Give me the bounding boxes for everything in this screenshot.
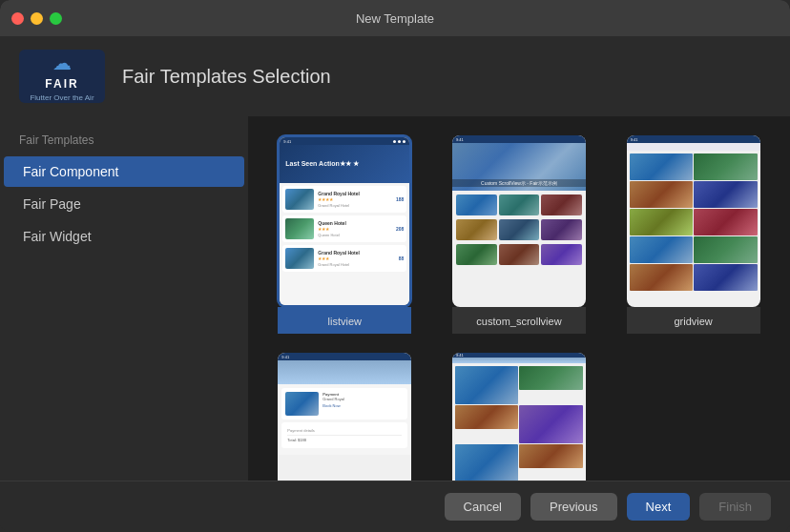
status-bar: 9:41: [280, 137, 409, 145]
csv-row-2: [454, 217, 584, 242]
title-bar: New Template: [0, 0, 790, 36]
template-preview-custom-scrollview: 9:41 Custom ScrollView示 - Fair示范示例: [452, 135, 586, 307]
template-label-box-gridview: gridview: [627, 307, 760, 334]
sidebar-item-fair-component[interactable]: Fair Component: [4, 156, 244, 187]
template-preview-staggeredgridview: 9:41: [452, 353, 586, 481]
signal-icon: [393, 140, 396, 143]
sidebar-item-fair-page[interactable]: Fair Page: [4, 189, 244, 219]
phone-sgv: 9:41: [452, 353, 586, 481]
sidebar-section-label: Fair Templates: [0, 126, 248, 154]
template-item-listview[interactable]: 9:41 Last Seen Action★★ ★: [267, 135, 423, 334]
finish-button: Finish: [699, 493, 771, 521]
sgv-grid: [454, 365, 584, 481]
template-item-custom-scrollview[interactable]: 9:41 Custom ScrollView示 - Fair示范示例: [442, 135, 597, 334]
footer: Cancel Previous Next Finish: [0, 481, 790, 532]
content-area: Fair Templates Fair Component Fair Page …: [0, 116, 790, 481]
previous-button[interactable]: Previous: [530, 493, 617, 521]
gv-nav: [627, 143, 760, 151]
template-label-csv: custom_scrollview: [476, 316, 561, 327]
wifi-icon: [398, 140, 401, 143]
phone-csv: 9:41 Custom ScrollView示 - Fair示范示例: [452, 135, 586, 307]
main-container: ☁ FAIR Flutter Over the Air Fair Templat…: [0, 36, 790, 532]
template-preview-listview: 9:41 Last Seen Action★★ ★: [278, 135, 411, 307]
app-header: ☁ FAIR Flutter Over the Air Fair Templat…: [0, 36, 790, 116]
window-title: New Template: [356, 11, 434, 26]
hotel-image-2: [285, 218, 314, 239]
close-button[interactable]: [11, 12, 24, 25]
page-title: Fair Templates Selection: [122, 66, 331, 88]
cancel-button[interactable]: Cancel: [445, 493, 521, 521]
gv-grid: [629, 153, 759, 292]
template-label-listview: listview: [328, 316, 362, 327]
gv-status-bar: 9:41: [627, 135, 760, 143]
csv-row-3: [454, 242, 584, 267]
hotel-image-3: [285, 248, 314, 269]
template-preview-gridview: 9:41: [627, 135, 760, 307]
template-grid-area: 9:41 Last Seen Action★★ ★: [248, 116, 790, 481]
template-label-box-csv: custom_scrollview: [452, 307, 586, 334]
template-grid: 9:41 Last Seen Action★★ ★: [267, 135, 771, 481]
logo-box: ☁ FAIR Flutter Over the Air: [19, 50, 105, 103]
pg-status-bar: 9:41: [278, 353, 411, 360]
cloud-icon: ☁: [52, 51, 72, 74]
phone-listview: 9:41 Last Seen Action★★ ★: [280, 137, 409, 305]
hotel-image-1: [285, 189, 314, 210]
maximize-button[interactable]: [50, 12, 62, 25]
csv-header: Custom ScrollView示 - Fair示范示例: [452, 143, 586, 191]
pg-content: Payment Grand Royal Book Now Payment det…: [278, 384, 411, 455]
lv-card-3: Grand Royal Hotel ★★★ Grand Royal Hotel …: [282, 245, 406, 272]
lv-card-2: Queen Hotel ★★★ Queen Hotel 208: [282, 215, 406, 242]
template-item-staggeredgridview[interactable]: 9:41: [442, 353, 597, 481]
lv-header: Last Seen Action★★ ★: [280, 145, 409, 183]
csv-row-1: [454, 193, 584, 217]
pg-card-1: Payment Grand Royal Book Now: [281, 388, 407, 419]
traffic-lights: [11, 12, 62, 25]
sidebar-item-fair-widget[interactable]: Fair Widget: [4, 221, 244, 252]
logo-sub: Flutter Over the Air: [30, 93, 94, 102]
phone-payhormt: 9:41 Payment Grand Royal Book Now: [278, 353, 411, 481]
battery-icon: [403, 140, 405, 143]
phone-gv: 9:41: [627, 135, 760, 307]
minimize-button[interactable]: [31, 12, 43, 25]
next-button[interactable]: Next: [627, 493, 691, 521]
csv-status-bar: 9:41: [452, 135, 586, 143]
logo-text: FAIR: [45, 77, 78, 91]
pg-header: [278, 360, 411, 384]
template-item-payhormt[interactable]: 9:41 Payment Grand Royal Book Now: [267, 353, 423, 481]
template-label-gridview: gridview: [674, 316, 712, 327]
lv-card-1: Grand Royal Hotel ★★★★ Grand Royal Hotel…: [282, 186, 406, 213]
template-preview-payhormt: 9:41 Payment Grand Royal Book Now: [278, 353, 411, 481]
template-item-gridview[interactable]: 9:41: [615, 135, 771, 334]
pg-card-img: [285, 392, 319, 416]
lv-content: Grand Royal Hotel ★★★★ Grand Royal Hotel…: [280, 183, 409, 305]
template-label-box-listview: listview: [278, 307, 411, 334]
sidebar: Fair Templates Fair Component Fair Page …: [0, 116, 248, 481]
